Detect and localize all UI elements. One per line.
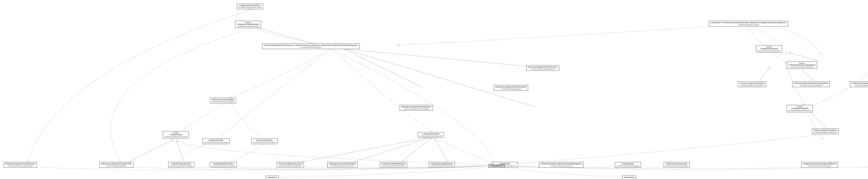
stereo: «interface» bbox=[788, 62, 815, 64]
node-environment-id[interactable]: EnvironmentId bbox=[622, 176, 636, 179]
label: DefinitionKeyHelper bbox=[204, 139, 228, 142]
pkg: de.smartics.properties.impl.config.cache bbox=[540, 165, 582, 167]
pkg: de.smartics.properties.spi.config.suppor… bbox=[617, 165, 640, 167]
pkg: de.smartics.properties.api.config.domain bbox=[788, 110, 811, 111]
node-multisrc-props[interactable]: MultiSourcePropertiesde.smartics.propert… bbox=[251, 139, 277, 144]
pkg: de.smartics.properties.spi.config.suppor… bbox=[253, 142, 276, 143]
label: PropertiesConfigurationPropertiesFactory bbox=[5, 163, 35, 165]
label: ConfigurationValidationException bbox=[381, 163, 405, 165]
node-config-validation-exc[interactable]: ConfigurationValidationExceptionde.smart… bbox=[380, 162, 407, 168]
label: ConfigurationPropertiesResolverContext bbox=[852, 82, 868, 85]
pkg: de.smartics.properties.api.config.domain bbox=[420, 135, 442, 137]
label: DataSourceConfigurationPropertiesFactory bbox=[495, 86, 527, 88]
pkg: de.smartics.properties.api.config.domain bbox=[381, 165, 405, 167]
pkg: de.smartics.properties.spi.config.suppor… bbox=[211, 101, 234, 102]
stereo: «interface» bbox=[164, 132, 187, 134]
label: AbstractConfigurationPropertiesFactory<T… bbox=[264, 44, 358, 47]
pkg: de.smartics.properties.impl.config.prope… bbox=[5, 165, 35, 167]
label: ConfigurationProperties bbox=[788, 108, 811, 110]
pkg: de.smartics.properties.api.config.domain bbox=[329, 165, 356, 167]
label: EnvironmentId bbox=[624, 176, 634, 179]
node-config-repo-mgmt[interactable]: «interface»ConfigurationRepositoryManage… bbox=[787, 62, 817, 69]
node-configuration-key[interactable]: ConfigurationKey bbox=[488, 165, 505, 168]
pkg: de.smartics.properties.spi.config.resolv… bbox=[278, 165, 302, 167]
label: MultiSourcePropertiesManager bbox=[211, 99, 234, 101]
pkg: de.smartics.properties.api.config.spi bbox=[264, 47, 358, 48]
pkg: de.smartics.properties.impl.config.class… bbox=[401, 108, 431, 110]
node-config-exception[interactable]: ConfigurationExceptionde.smartics.proper… bbox=[418, 132, 444, 138]
label: AbstractConfigurationProperties bbox=[814, 129, 837, 131]
pkg: de.smartics.properties.api.config.domain bbox=[239, 7, 261, 8]
label: ClasspathConfigurationPropertiesFactory bbox=[401, 106, 431, 108]
pkg: de.smartics.properties.spi.config.suppor… bbox=[170, 165, 193, 167]
label: InMemoryConfigurationRepository bbox=[740, 82, 764, 85]
node-props-def-ctx[interactable]: PropertiesDefinitionContextde.smartics.p… bbox=[210, 162, 237, 168]
stereo: «interface» bbox=[758, 46, 780, 48]
label: FactoryCache<T extends de.smartics.prope… bbox=[711, 22, 786, 24]
node-classpath-config-factory[interactable]: ClasspathConfigurationPropertiesFactoryd… bbox=[400, 105, 433, 111]
label: PropertiesHelper bbox=[617, 163, 640, 165]
label: PropertyProvider bbox=[164, 134, 187, 136]
pkg: de.smartics.properties.api.config.app bbox=[711, 24, 786, 26]
node-config-loading-exc[interactable]: ConfigurationLoadingExceptionde.smartics… bbox=[429, 162, 455, 168]
label: InMemoryConfigurationRepositoryManagemen… bbox=[794, 82, 828, 85]
label: ConfigurationLoadingException bbox=[430, 163, 453, 165]
node-config-props-mgmt-mbean[interactable]: ConfigurationPropertiesManagementMBeanJb… bbox=[801, 162, 838, 168]
node-def-key-helper[interactable]: DefinitionKeyHelperde.smartics.propertie… bbox=[203, 139, 229, 144]
label: ResourceConfigurationException bbox=[278, 163, 302, 165]
pkg: de.smartics.properties.spi.config.suppor… bbox=[803, 165, 836, 167]
node-config-props[interactable]: «interface»ConfigurationPropertiesde.sma… bbox=[787, 105, 813, 112]
stereo: «interface» bbox=[788, 106, 811, 108]
node-abstract-config-props[interactable]: AbstractConfigurationPropertiesde.smarti… bbox=[812, 128, 839, 134]
node-ds-config-factory[interactable]: DataSourceConfigurationPropertiesFactory… bbox=[494, 85, 528, 91]
label: ConfigurationRepository bbox=[758, 48, 780, 50]
pkg: de.smartics.properties.impl.config.resou… bbox=[528, 68, 557, 70]
label: AbstractAdminModeConfigurationProperties… bbox=[540, 163, 582, 165]
pkg: de.smartics.properties.impl.config.ds bbox=[101, 165, 132, 167]
label: PropertiesDefinitionContext bbox=[211, 163, 235, 165]
label: InMemoryPropertiesManager bbox=[665, 163, 688, 165]
node-prop-provider[interactable]: «interface»PropertyProviderde.smartics.p… bbox=[163, 131, 189, 139]
label: DataSourceConfigurationPropertyProvider bbox=[101, 163, 132, 165]
pkg: de.smartics.properties.api.config.app bbox=[237, 26, 259, 27]
node-props-helper[interactable]: PropertiesHelperde.smartics.properties.s… bbox=[615, 162, 641, 168]
node-abs-admin-config-props-mgmt[interactable]: AbstractAdminModeConfigurationProperties… bbox=[539, 162, 584, 168]
pkg: de.smartics.properties.spi.config.suppor… bbox=[740, 85, 764, 86]
node-ds-config-prop-provider[interactable]: DataSourceConfigurationPropertyProviderd… bbox=[99, 162, 133, 168]
node-config-props-factory[interactable]: «interface»ConfigurationPropertiesFactor… bbox=[235, 21, 261, 28]
pkg: de.smartics.properties.spi.config.suppor… bbox=[794, 85, 828, 86]
node-inmem-props-mgr[interactable]: InMemoryPropertiesManagerde.smartics.pro… bbox=[664, 162, 690, 168]
pkg: de.smartics.properties.spi.config.suppor… bbox=[814, 131, 837, 133]
node-inmem-config-repo[interactable]: InMemoryConfigurationRepositoryde.smarti… bbox=[738, 82, 766, 87]
pkg: de.smartics.properties.api.config.domain bbox=[164, 136, 187, 138]
stereo: «interface» bbox=[237, 22, 259, 23]
label: ResourceConfigurationPropertiesFactory bbox=[528, 66, 557, 68]
node-props-config-props-factory[interactable]: PropertiesConfigurationPropertiesFactory… bbox=[4, 162, 37, 168]
node-resource-config-factory[interactable]: ResourceConfigurationPropertiesFactoryde… bbox=[526, 65, 559, 71]
pkg: de.smartics.properties.api.config.domain bbox=[758, 50, 780, 52]
pkg: de.smartics.properties.api.config.defini… bbox=[211, 165, 235, 167]
node-props-props-provider[interactable]: PropertiesPropertyProviderde.smartics.pr… bbox=[168, 162, 194, 168]
label: ApplicationId bbox=[268, 176, 277, 179]
label: ConfigurationRepositoryManagement bbox=[788, 64, 815, 66]
node-factory-cache[interactable]: FactoryCache<T extends de.smartics.prope… bbox=[709, 21, 788, 26]
label: MultiSourceProperties bbox=[253, 139, 276, 142]
node-config-props-proxy[interactable]: ConfigurationPropertiesProxyde.smartics.… bbox=[237, 4, 263, 9]
node-application-id[interactable]: ApplicationId bbox=[266, 176, 279, 179]
node-inmem-config-repo-mgmt[interactable]: InMemoryConfigurationRepositoryManagemen… bbox=[792, 82, 830, 87]
node-config-repo[interactable]: «interface»ConfigurationRepositoryde.sma… bbox=[756, 45, 782, 53]
node-abstract-config-props-factory[interactable]: AbstractConfigurationPropertiesFactory<T… bbox=[262, 43, 360, 49]
label: ConfigurationPropertiesProxy bbox=[239, 4, 261, 7]
label: ConfigurationPropertiesFactory bbox=[237, 23, 259, 26]
node-dup-prop-def-exc[interactable]: DuplicatePropertyDefinitionExceptionde.s… bbox=[328, 162, 358, 168]
label: DuplicatePropertyDefinitionException bbox=[329, 163, 356, 165]
node-multisrc-props-mgr[interactable]: MultiSourcePropertiesManagerde.smartics.… bbox=[210, 98, 236, 103]
label: PropertiesPropertyProvider bbox=[170, 163, 193, 165]
pkg: de.smartics.properties.api.config.domain bbox=[430, 165, 453, 167]
label: ConfigurationPropertiesManagementMBeanJb bbox=[803, 163, 836, 165]
pkg: de.smartics.properties.api.config.domain bbox=[788, 66, 815, 68]
pkg: de.smartics.properties.spi.config.resolv… bbox=[852, 85, 868, 86]
label: ConfigurationKey bbox=[490, 165, 503, 167]
node-config-props-resolver-ctx[interactable]: ConfigurationPropertiesResolverContextde… bbox=[850, 82, 868, 87]
node-resource-config-exc[interactable]: ResourceConfigurationExceptionde.smartic… bbox=[277, 162, 304, 168]
